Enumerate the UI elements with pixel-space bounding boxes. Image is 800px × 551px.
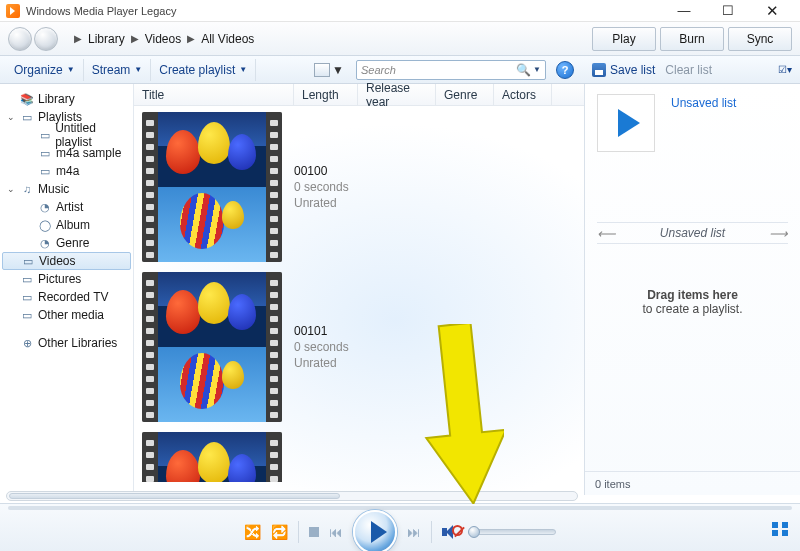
view-mode-button[interactable]: ▼ [308,63,350,77]
sidebar-item-music[interactable]: ⌄♫Music [2,180,131,198]
app-icon [6,4,20,18]
stop-button[interactable] [309,527,319,537]
mute-button[interactable] [442,525,460,539]
video-title: 00100 [294,164,349,178]
breadcrumb: ▶ Library ▶ Videos ▶ All Videos [74,32,254,46]
col-genre[interactable]: Genre [436,84,494,105]
video-item[interactable]: 00100 0 seconds Unrated [142,112,576,262]
media-icon: ▭ [20,308,34,322]
breadcrumb-item[interactable]: All Videos [201,32,254,46]
col-actors[interactable]: Actors [494,84,552,105]
next-button[interactable]: ⏭ [407,524,421,540]
sidebar: 📚Library ⌄▭Playlists ▭Untitled playlist … [0,84,133,495]
help-button[interactable]: ? [556,61,574,79]
sidebar-item-other-libraries[interactable]: ⊕Other Libraries [2,334,131,352]
search-icon[interactable]: 🔍 [516,63,531,77]
video-item[interactable] [142,432,576,482]
maximize-button[interactable]: ☐ [706,1,750,21]
playlist-file-icon: ▭ [38,164,52,178]
sidebar-item-other-media[interactable]: ▭Other media [2,306,131,324]
playlist-item-count: 0 items [585,471,800,495]
playlist-drop-zone[interactable]: Drag items here to create a playlist. [597,288,788,316]
nav-forward-button[interactable] [34,27,58,51]
shuffle-button[interactable]: 🔀 [244,524,261,540]
sidebar-item-album[interactable]: ◯Album [2,216,131,234]
playlist-pane: Unsaved list ⟵ Unsaved list ⟶ Drag items… [584,84,800,495]
play-icon [618,109,640,137]
breadcrumb-item[interactable]: Library [88,32,125,46]
sidebar-item-genre[interactable]: ◔Genre [2,234,131,252]
scrollbar-thumb[interactable] [9,493,340,499]
chevron-right-icon: ▶ [187,33,195,44]
sidebar-item-playlist[interactable]: ▭m4a sample [2,144,131,162]
tab-play[interactable]: Play [592,27,656,51]
col-length[interactable]: Length [294,84,358,105]
sidebar-item-artist[interactable]: ◔Artist [2,198,131,216]
save-list-button[interactable]: Save list [592,63,655,77]
caret-down-icon: ▼ [239,65,247,74]
tab-sync[interactable]: Sync [728,27,792,51]
switch-to-now-playing-button[interactable] [772,522,788,536]
playlist-name-link[interactable]: Unsaved list [671,96,736,110]
clear-list-button[interactable]: Clear list [665,63,712,77]
col-release-year[interactable]: Release year [358,84,436,105]
music-icon: ♫ [20,182,34,196]
library-icon: 📚 [20,92,34,106]
playlist-toolbar: Save list Clear list ☑▾ [584,56,800,84]
video-title: 00101 [294,324,349,338]
album-icon: ◯ [38,218,52,232]
tv-icon: ▭ [20,290,34,304]
organize-menu[interactable]: Organize▼ [6,59,84,81]
video-icon: ▭ [21,254,35,268]
sidebar-item-recorded-tv[interactable]: ▭Recorded TV [2,288,131,306]
arrow-right-icon[interactable]: ⟶ [769,226,788,241]
playlist-header: ⟵ Unsaved list ⟶ [597,222,788,244]
save-icon [592,63,606,77]
window-title: Windows Media Player Legacy [26,5,176,17]
close-button[interactable]: ✕ [750,1,794,21]
sidebar-item-videos[interactable]: ▭Videos [2,252,131,270]
video-duration: 0 seconds [294,180,349,194]
caret-down-icon: ▼ [67,65,75,74]
video-rating: Unrated [294,356,349,370]
col-title[interactable]: Title [134,84,294,105]
toolbar: Organize▼ Stream▼ Create playlist▼ ▼ 🔍▼ … [0,56,584,84]
previous-button[interactable]: ⏮ [329,524,343,540]
sidebar-item-playlist[interactable]: ▭Untitled playlist [2,126,131,144]
repeat-button[interactable]: 🔁 [271,524,288,540]
stream-menu[interactable]: Stream▼ [84,59,152,81]
horizontal-scrollbar[interactable] [6,491,578,501]
video-rating: Unrated [294,196,349,210]
playlist-options-button[interactable]: ☑▾ [778,64,792,75]
caret-down-icon: ▼ [332,63,344,77]
playlist-title: Unsaved list [660,226,725,240]
column-headers: Title Length Release year Genre Actors [134,84,584,106]
genre-icon: ◔ [38,236,52,250]
sidebar-item-pictures[interactable]: ▭Pictures [2,270,131,288]
content-pane: Title Length Release year Genre Actors 0… [133,84,584,495]
caret-down-icon: ▼ [134,65,142,74]
sidebar-item-playlist[interactable]: ▭m4a [2,162,131,180]
caret-down-icon[interactable]: ⌄ [6,184,16,194]
nav-back-button[interactable] [8,27,32,51]
playlist-icon: ▭ [20,110,34,124]
search-box[interactable]: 🔍▼ [356,60,546,80]
volume-knob[interactable] [468,526,480,538]
caret-down-icon[interactable]: ▼ [533,65,541,74]
tab-burn[interactable]: Burn [660,27,724,51]
arrow-left-icon[interactable]: ⟵ [597,226,616,241]
chevron-right-icon: ▶ [131,33,139,44]
sidebar-item-library[interactable]: 📚Library [2,90,131,108]
seek-bar[interactable] [8,506,792,510]
minimize-button[interactable]: — [662,1,706,21]
breadcrumb-item[interactable]: Videos [145,32,181,46]
caret-down-icon[interactable]: ⌄ [6,112,16,122]
video-thumbnail [142,112,282,262]
video-thumbnail [142,432,282,482]
search-input[interactable] [361,64,516,76]
pictures-icon: ▭ [20,272,34,286]
create-playlist-menu[interactable]: Create playlist▼ [151,59,256,81]
play-button[interactable] [353,510,397,551]
volume-slider[interactable] [470,529,556,535]
video-item[interactable]: 00101 0 seconds Unrated [142,272,576,422]
